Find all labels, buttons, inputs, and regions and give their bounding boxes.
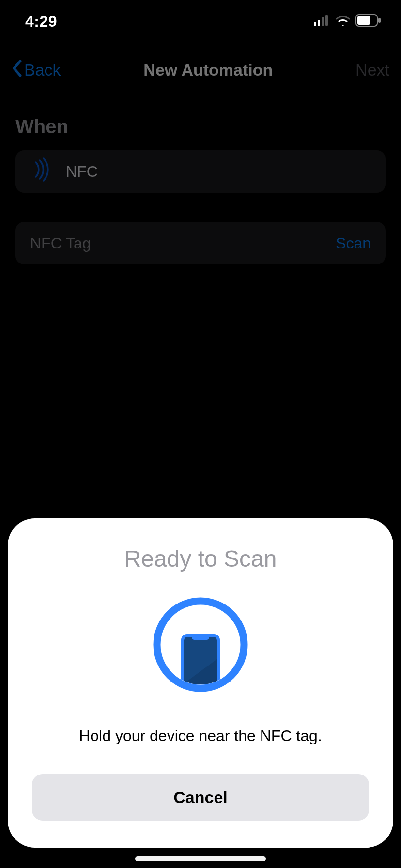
scan-button[interactable]: Scan (336, 234, 371, 252)
section-header-when: When (0, 94, 401, 150)
nav-bar: Back New Automation Next (0, 46, 401, 94)
sheet-title: Ready to Scan (124, 545, 277, 572)
svg-rect-5 (357, 16, 370, 25)
trigger-row-nfc[interactable]: NFC (15, 150, 386, 193)
status-bar: 4:29 (0, 0, 401, 39)
chevron-left-icon (12, 60, 22, 81)
nav-title: New Automation (143, 61, 273, 79)
status-time: 4:29 (25, 13, 57, 31)
trigger-label: NFC (66, 163, 98, 181)
cancel-button[interactable]: Cancel (32, 774, 369, 821)
back-label: Back (24, 61, 61, 79)
home-indicator[interactable] (135, 856, 266, 861)
svg-rect-1 (318, 20, 320, 26)
cellular-icon (314, 15, 330, 28)
svg-rect-12 (192, 635, 209, 640)
svg-rect-0 (314, 22, 316, 26)
next-button[interactable]: Next (355, 61, 389, 79)
sheet-message: Hold your device near the NFC tag. (79, 727, 322, 745)
wifi-icon (335, 15, 351, 28)
svg-rect-2 (322, 17, 324, 26)
svg-rect-6 (378, 18, 381, 23)
nfc-icon (30, 157, 54, 186)
nfc-tag-label: NFC Tag (30, 234, 91, 252)
nfc-tag-row[interactable]: NFC Tag Scan (15, 222, 386, 264)
battery-icon (355, 14, 382, 29)
nfc-scan-sheet: Ready to Scan Hold your device near the … (8, 518, 393, 848)
status-icons (314, 14, 382, 29)
svg-rect-3 (325, 15, 328, 26)
nfc-phone-icon (152, 596, 249, 693)
back-button[interactable]: Back (12, 60, 61, 81)
